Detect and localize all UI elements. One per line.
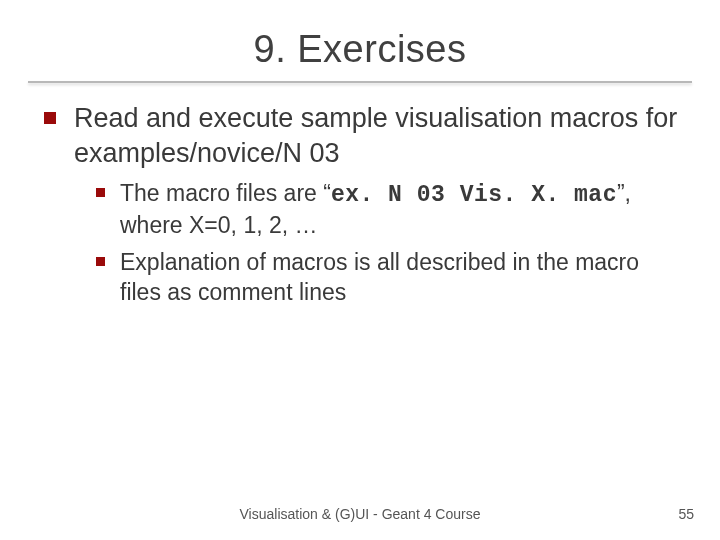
page-number: 55	[678, 506, 694, 522]
list-item: The macro files are “ex. N 03 Vis. X. ma…	[94, 178, 680, 241]
macro-filename-code: ex. N 03 Vis. X. mac	[331, 182, 617, 208]
bullet-list-level2: The macro files are “ex. N 03 Vis. X. ma…	[74, 178, 680, 307]
sub-bullet-1-pre: The macro files are “	[120, 180, 331, 206]
list-item: Read and execute sample visualisation ma…	[40, 101, 680, 308]
footer-text: Visualisation & (G)UI - Geant 4 Course	[0, 506, 720, 522]
bullet-list-level1: Read and execute sample visualisation ma…	[40, 101, 680, 308]
sub-bullet-2-text: Explanation of macros is all described i…	[120, 249, 639, 305]
bullet-main-text: Read and execute sample visualisation ma…	[74, 103, 677, 168]
slide: 9. Exercises Read and execute sample vis…	[0, 0, 720, 540]
list-item: Explanation of macros is all described i…	[94, 247, 680, 308]
slide-body: Read and execute sample visualisation ma…	[0, 83, 720, 308]
slide-title: 9. Exercises	[0, 0, 720, 71]
